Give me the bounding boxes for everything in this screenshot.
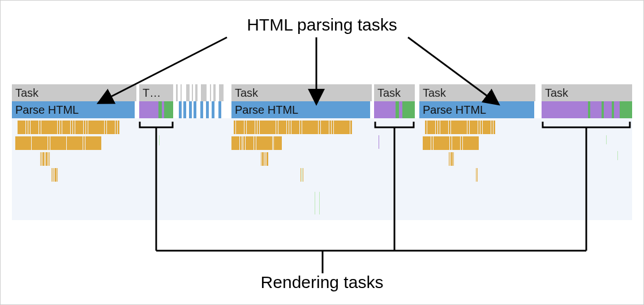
detail-area bbox=[12, 118, 632, 220]
parse-html-block: Parse HTML bbox=[12, 101, 135, 118]
task-block: Task bbox=[231, 84, 372, 101]
render-block bbox=[374, 101, 415, 118]
parse-html-block: Parse HTML bbox=[419, 101, 534, 118]
render-block bbox=[542, 101, 632, 118]
task-header-row: Task T… Task Task Task Task bbox=[12, 84, 632, 101]
task-block: Task bbox=[419, 84, 535, 101]
parse-ticks bbox=[179, 101, 227, 118]
label-rendering-tasks: Rendering tasks bbox=[1, 273, 643, 292]
label-html-parsing-tasks: HTML parsing tasks bbox=[1, 15, 643, 35]
parse-html-block: Parse HTML bbox=[231, 101, 370, 118]
render-block bbox=[139, 101, 173, 118]
parse-row: Parse HTML Parse HTML Parse HTML bbox=[12, 101, 632, 118]
performance-timeline: Task T… Task Task Task Task Parse HTML bbox=[12, 84, 632, 220]
task-ticks bbox=[176, 84, 227, 101]
task-block: Task bbox=[374, 84, 415, 101]
task-block-truncated: T… bbox=[139, 84, 173, 101]
task-block: Task bbox=[542, 84, 632, 101]
task-block: Task bbox=[12, 84, 136, 101]
